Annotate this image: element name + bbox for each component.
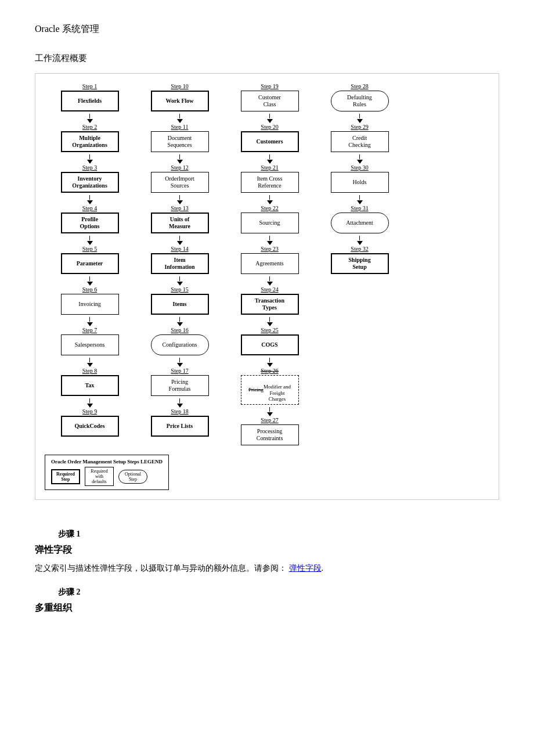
page-title: Oracle 系统管理 [35,23,499,35]
arrow-23 [267,276,273,286]
step-1-box: Flexfields [61,91,119,111]
step-5-box: Parameter [61,253,119,274]
step-18-box: Price Lists [151,416,209,437]
step-4-wrapper: Step 4 ProfileOptions [61,205,119,233]
arrow-2 [87,154,93,164]
step-32-wrapper: Step 32 ShippingSetup [331,246,389,274]
legend-items: RequiredStep Requiredwithdefaults Option… [51,467,163,486]
arrow-12 [177,195,183,205]
step-4-label: Step 4 [82,205,97,211]
step-29-label: Step 29 [351,124,368,130]
step-10-box: Work Flow [151,91,209,111]
step-16-wrapper: Step 16 Configurations [151,327,209,355]
step-21-wrapper: Step 21 Item CrossReference [241,164,299,193]
step-22-box: Sourcing [241,213,299,233]
section-1-link[interactable]: 弹性字段 [289,564,322,573]
step-2-heading: 步骤 2 [58,587,499,597]
step-3-box: InventoryOrganizations [61,172,119,193]
arrow-1 [87,114,93,124]
step-16-box: Configurations [151,334,209,355]
step-13-label: Step 13 [171,205,188,211]
step-29-wrapper: Step 29 CreditChecking [331,124,389,152]
arrow-8 [87,398,93,408]
step-8-wrapper: Step 8 Tax [61,368,119,396]
step-9-wrapper: Step 9 QuickCodes [61,408,119,437]
flowchart-col-3: Step 19 CustomerClass Step 20 Customers … [225,83,315,448]
step-30-box: Holds [331,172,389,193]
step-20-wrapper: Step 20 Customers [241,124,299,152]
step-17-wrapper: Step 17 PricingFormulas [151,368,209,396]
step-28-box: DefaultingRules [331,91,389,111]
legend-required-defaults: Requiredwithdefaults [85,467,114,486]
step-11-label: Step 11 [171,124,189,130]
step-9-label: Step 9 [82,408,97,415]
step-13-wrapper: Step 13 Units ofMeasure [151,205,209,233]
step-5-label: Step 5 [82,246,97,252]
step-1-wrapper: Step 1 Flexfields [61,83,119,111]
arrow-14 [177,276,183,286]
step-21-label: Step 21 [261,164,278,171]
arrow-24 [267,317,273,327]
step-23-box: Agreements [241,253,299,274]
step-7-label: Step 7 [82,327,97,333]
step-14-box: ItemInformation [151,253,209,274]
workflow-title: 工作流程概要 [35,53,499,64]
flowchart-col-1: Step 1 Flexfields Step 2 MultipleOrganiz… [45,83,135,439]
step-11-wrapper: Step 11 DocumentSequences [151,124,209,152]
step-7-wrapper: Step 7 Salespersons [61,327,119,355]
step-23-wrapper: Step 23 Agreements [241,246,299,274]
step-28-label: Step 28 [351,83,368,89]
step-27-wrapper: Step 27 ProcessingConstraints [241,417,299,445]
step-13-box: Units ofMeasure [151,213,209,233]
step-31-wrapper: Step 31 Attachment [331,205,389,233]
step-5-wrapper: Step 5 Parameter [61,246,119,274]
step-3-label: Step 3 [82,164,97,171]
step-8-label: Step 8 [82,368,97,374]
arrow-31 [357,236,363,246]
step-28-wrapper: Step 28 DefaultingRules [331,83,389,111]
step-18-label: Step 18 [171,408,188,415]
step-30-label: Step 30 [351,164,368,171]
step-21-box: Item CrossReference [241,172,299,193]
step-29-box: CreditChecking [331,131,389,152]
step-32-box: ShippingSetup [331,253,389,274]
step-15-label: Step 15 [171,286,188,293]
arrow-20 [267,154,273,164]
step-12-label: Step 12 [171,164,188,171]
step-2-wrapper: Step 2 MultipleOrganizations [61,124,119,152]
step-2-box: MultipleOrganizations [61,131,119,152]
section-2-heading: 多重组织 [35,602,499,614]
step-2-label: Step 2 [82,124,97,130]
arrow-30 [357,195,363,205]
arrow-4 [87,236,93,246]
step-32-label: Step 32 [351,246,368,252]
legend-required: RequiredStep [51,469,80,484]
arrow-25 [267,358,273,368]
legend-title: Oracle Order Management Setup Steps LEGE… [51,459,163,465]
legend: Oracle Order Management Setup Steps LEGE… [45,455,169,490]
step-24-box: TransactionTypes [241,294,299,315]
arrow-10 [177,114,183,124]
flowchart-col-4: Step 28 DefaultingRules Step 29 CreditCh… [315,83,405,276]
flowchart-col-2: Step 10 Work Flow Step 11 DocumentSequen… [135,83,225,439]
step-10-wrapper: Step 10 Work Flow [151,83,209,111]
arrow-15 [177,317,183,327]
step-14-label: Step 14 [171,246,188,252]
step-7-box: Salespersons [61,334,119,355]
arrow-7 [87,358,93,368]
step-6-label: Step 6 [82,286,97,293]
step-19-label: Step 19 [261,83,278,89]
step-3-wrapper: Step 3 InventoryOrganizations [61,164,119,193]
arrow-21 [267,195,273,205]
arrow-13 [177,236,183,246]
arrow-19 [267,114,273,124]
step-17-box: PricingFormulas [151,375,209,396]
flowchart-container: Step 1 Flexfields Step 2 MultipleOrganiz… [35,73,499,500]
step-16-label: Step 16 [171,327,188,333]
step-20-box: Customers [241,131,299,152]
step-1-label: Step 1 [82,83,97,89]
step-9-box: QuickCodes [61,416,119,437]
arrow-6 [87,317,93,327]
flowchart-grid: Step 1 Flexfields Step 2 MultipleOrganiz… [45,83,489,448]
step-25-label: Step 25 [261,327,278,333]
